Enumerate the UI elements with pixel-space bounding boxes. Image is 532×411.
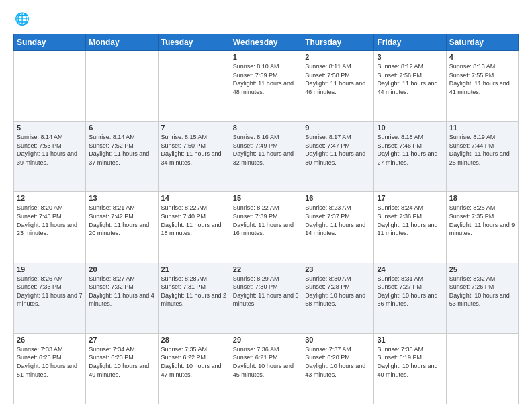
day-info: Sunrise: 7:36 AM Sunset: 6:21 PM Dayligh… — [233, 345, 299, 379]
day-number: 31 — [377, 336, 443, 344]
weekday-header-tuesday: Tuesday — [158, 34, 230, 51]
day-info: Sunrise: 8:13 AM Sunset: 7:55 PM Dayligh… — [449, 62, 515, 96]
calendar-page: 🌐 SundayMondayTuesdayWednesdayThursdayFr… — [0, 0, 532, 411]
weekday-header-monday: Monday — [86, 34, 158, 51]
day-number: 12 — [17, 194, 83, 202]
calendar-cell: 30Sunrise: 7:37 AM Sunset: 6:20 PM Dayli… — [302, 333, 374, 404]
day-info: Sunrise: 8:18 AM Sunset: 7:46 PM Dayligh… — [377, 133, 443, 167]
day-info: Sunrise: 7:37 AM Sunset: 6:20 PM Dayligh… — [305, 345, 371, 379]
calendar-cell: 14Sunrise: 8:22 AM Sunset: 7:40 PM Dayli… — [158, 192, 230, 263]
day-info: Sunrise: 8:26 AM Sunset: 7:33 PM Dayligh… — [17, 275, 83, 308]
calendar-cell: 28Sunrise: 7:35 AM Sunset: 6:22 PM Dayli… — [158, 333, 230, 404]
day-number: 18 — [449, 194, 515, 202]
calendar-table: SundayMondayTuesdayWednesdayThursdayFrid… — [13, 34, 519, 404]
day-info: Sunrise: 8:11 AM Sunset: 7:58 PM Dayligh… — [305, 62, 371, 96]
day-info: Sunrise: 8:20 AM Sunset: 7:43 PM Dayligh… — [17, 203, 83, 237]
calendar-cell: 31Sunrise: 7:38 AM Sunset: 6:19 PM Dayli… — [374, 333, 446, 404]
day-number: 20 — [89, 265, 154, 273]
day-info: Sunrise: 8:24 AM Sunset: 7:36 PM Dayligh… — [377, 203, 443, 237]
calendar-cell: 15Sunrise: 8:22 AM Sunset: 7:39 PM Dayli… — [230, 192, 302, 263]
day-number: 3 — [377, 53, 443, 61]
calendar-cell: 27Sunrise: 7:34 AM Sunset: 6:23 PM Dayli… — [86, 333, 158, 404]
day-info: Sunrise: 7:34 AM Sunset: 6:23 PM Dayligh… — [89, 345, 154, 379]
calendar-cell — [158, 51, 230, 122]
day-number: 16 — [305, 194, 371, 202]
weekday-header-wednesday: Wednesday — [230, 34, 302, 51]
day-number: 24 — [377, 265, 443, 273]
week-row-1: 1Sunrise: 8:10 AM Sunset: 7:59 PM Daylig… — [14, 51, 519, 122]
calendar-cell: 12Sunrise: 8:20 AM Sunset: 7:43 PM Dayli… — [14, 192, 86, 263]
logo: 🌐 — [13, 11, 32, 27]
calendar-cell: 17Sunrise: 8:24 AM Sunset: 7:36 PM Dayli… — [374, 192, 446, 263]
day-info: Sunrise: 8:14 AM Sunset: 7:53 PM Dayligh… — [17, 133, 83, 167]
day-info: Sunrise: 8:15 AM Sunset: 7:50 PM Dayligh… — [161, 133, 227, 167]
day-info: Sunrise: 8:21 AM Sunset: 7:42 PM Dayligh… — [89, 203, 154, 237]
day-info: Sunrise: 8:12 AM Sunset: 7:56 PM Dayligh… — [377, 62, 443, 96]
calendar-cell: 25Sunrise: 8:32 AM Sunset: 7:26 PM Dayli… — [446, 263, 518, 333]
weekday-header-friday: Friday — [374, 34, 446, 51]
day-info: Sunrise: 8:29 AM Sunset: 7:30 PM Dayligh… — [233, 275, 299, 308]
calendar-cell: 11Sunrise: 8:19 AM Sunset: 7:44 PM Dayli… — [446, 122, 518, 192]
calendar-cell: 1Sunrise: 8:10 AM Sunset: 7:59 PM Daylig… — [230, 51, 302, 122]
weekday-header-row: SundayMondayTuesdayWednesdayThursdayFrid… — [14, 34, 519, 51]
day-number: 9 — [305, 124, 371, 132]
day-info: Sunrise: 7:33 AM Sunset: 6:25 PM Dayligh… — [17, 345, 83, 379]
day-number: 17 — [377, 194, 443, 202]
day-number: 29 — [233, 336, 299, 344]
day-info: Sunrise: 8:19 AM Sunset: 7:44 PM Dayligh… — [449, 133, 515, 167]
header: 🌐 — [13, 11, 519, 27]
calendar-cell: 2Sunrise: 8:11 AM Sunset: 7:58 PM Daylig… — [302, 51, 374, 122]
day-info: Sunrise: 8:10 AM Sunset: 7:59 PM Dayligh… — [233, 62, 299, 96]
calendar-cell: 20Sunrise: 8:27 AM Sunset: 7:32 PM Dayli… — [86, 263, 158, 333]
calendar-cell: 4Sunrise: 8:13 AM Sunset: 7:55 PM Daylig… — [446, 51, 518, 122]
calendar-cell: 18Sunrise: 8:25 AM Sunset: 7:35 PM Dayli… — [446, 192, 518, 263]
day-number: 19 — [17, 265, 83, 273]
week-row-2: 5Sunrise: 8:14 AM Sunset: 7:53 PM Daylig… — [14, 122, 519, 192]
weekday-header-saturday: Saturday — [446, 34, 518, 51]
day-info: Sunrise: 7:35 AM Sunset: 6:22 PM Dayligh… — [161, 345, 227, 379]
day-number: 10 — [377, 124, 443, 132]
day-number: 25 — [449, 265, 515, 273]
calendar-cell: 19Sunrise: 8:26 AM Sunset: 7:33 PM Dayli… — [14, 263, 86, 333]
weekday-header-thursday: Thursday — [302, 34, 374, 51]
day-info: Sunrise: 8:22 AM Sunset: 7:39 PM Dayligh… — [233, 203, 299, 237]
day-info: Sunrise: 7:38 AM Sunset: 6:19 PM Dayligh… — [377, 345, 443, 379]
calendar-cell: 24Sunrise: 8:31 AM Sunset: 7:27 PM Dayli… — [374, 263, 446, 333]
calendar-cell: 5Sunrise: 8:14 AM Sunset: 7:53 PM Daylig… — [14, 122, 86, 192]
day-info: Sunrise: 8:30 AM Sunset: 7:28 PM Dayligh… — [305, 275, 371, 308]
day-info: Sunrise: 8:31 AM Sunset: 7:27 PM Dayligh… — [377, 275, 443, 308]
calendar-cell: 3Sunrise: 8:12 AM Sunset: 7:56 PM Daylig… — [374, 51, 446, 122]
day-info: Sunrise: 8:23 AM Sunset: 7:37 PM Dayligh… — [305, 203, 371, 237]
logo-icon: 🌐 — [13, 11, 30, 27]
day-info: Sunrise: 8:16 AM Sunset: 7:49 PM Dayligh… — [233, 133, 299, 167]
day-number: 8 — [233, 124, 299, 132]
day-info: Sunrise: 8:27 AM Sunset: 7:32 PM Dayligh… — [89, 275, 154, 308]
day-number: 28 — [161, 336, 227, 344]
week-row-4: 19Sunrise: 8:26 AM Sunset: 7:33 PM Dayli… — [14, 263, 519, 333]
day-number: 6 — [89, 124, 154, 132]
day-info: Sunrise: 8:14 AM Sunset: 7:52 PM Dayligh… — [89, 133, 154, 167]
day-number: 27 — [89, 336, 154, 344]
calendar-cell — [14, 51, 86, 122]
day-number: 15 — [233, 194, 299, 202]
week-row-5: 26Sunrise: 7:33 AM Sunset: 6:25 PM Dayli… — [14, 333, 519, 404]
day-info: Sunrise: 8:32 AM Sunset: 7:26 PM Dayligh… — [449, 275, 515, 308]
day-number: 11 — [449, 124, 515, 132]
day-info: Sunrise: 8:28 AM Sunset: 7:31 PM Dayligh… — [161, 275, 227, 308]
calendar-cell: 9Sunrise: 8:17 AM Sunset: 7:47 PM Daylig… — [302, 122, 374, 192]
day-info: Sunrise: 8:25 AM Sunset: 7:35 PM Dayligh… — [449, 203, 515, 237]
day-number: 13 — [89, 194, 154, 202]
calendar-cell: 7Sunrise: 8:15 AM Sunset: 7:50 PM Daylig… — [158, 122, 230, 192]
calendar-cell: 10Sunrise: 8:18 AM Sunset: 7:46 PM Dayli… — [374, 122, 446, 192]
day-number: 30 — [305, 336, 371, 344]
day-number: 1 — [233, 53, 299, 61]
day-info: Sunrise: 8:17 AM Sunset: 7:47 PM Dayligh… — [305, 133, 371, 167]
week-row-3: 12Sunrise: 8:20 AM Sunset: 7:43 PM Dayli… — [14, 192, 519, 263]
calendar-cell: 21Sunrise: 8:28 AM Sunset: 7:31 PM Dayli… — [158, 263, 230, 333]
day-number: 21 — [161, 265, 227, 273]
day-number: 14 — [161, 194, 227, 202]
day-number: 22 — [233, 265, 299, 273]
day-number: 5 — [17, 124, 83, 132]
day-number: 26 — [17, 336, 83, 344]
calendar-cell: 26Sunrise: 7:33 AM Sunset: 6:25 PM Dayli… — [14, 333, 86, 404]
